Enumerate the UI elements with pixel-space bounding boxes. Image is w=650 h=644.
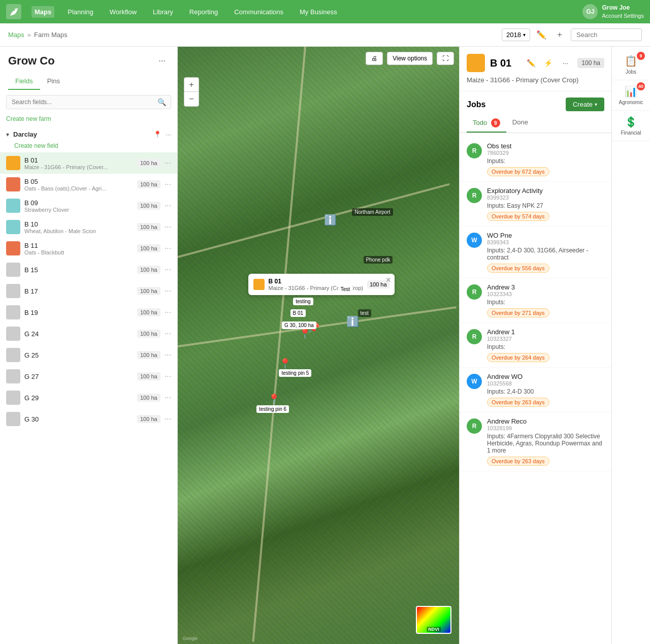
field-info-g24: G 24 xyxy=(24,330,133,338)
search-input[interactable] xyxy=(571,28,642,41)
job-item-3[interactable]: R Andrew 3 10323343 Inputs: Overdue by 2… xyxy=(460,278,611,323)
map-credit: Google xyxy=(183,636,198,641)
nav-maps[interactable]: Maps xyxy=(31,6,54,18)
field-crop-b09: Strawberry Clover xyxy=(24,207,133,213)
nav-reporting[interactable]: Reporting xyxy=(186,6,221,18)
job-item-0[interactable]: R Obs test 7860329 Inputs: Overdue by 67… xyxy=(460,137,611,182)
field-menu-b19[interactable]: ··· xyxy=(165,308,171,317)
nav-planning[interactable]: Planning xyxy=(64,6,96,18)
job-inputs-4: Inputs: xyxy=(487,343,604,350)
job-item-2[interactable]: W WO Pne 8399343 Inputs: 2,4-D 300, 31G6… xyxy=(460,227,611,278)
field-menu-g27[interactable]: ··· xyxy=(165,372,171,381)
field-menu-b11[interactable]: ··· xyxy=(165,244,171,253)
field-detail-crop: Maize - 31G66 - Primary (Cover Crop) xyxy=(467,76,604,84)
add-icon-btn[interactable]: ＋ xyxy=(552,28,567,42)
field-row-g30[interactable]: G 30 100 ha ··· xyxy=(0,408,177,430)
pin-green-2[interactable]: 📍 xyxy=(268,393,280,405)
nav-mybusiness[interactable]: My Business xyxy=(297,6,340,18)
far-right-financial[interactable]: 💲 Financial xyxy=(612,111,650,141)
field-row-b09[interactable]: B 09 Strawberry Clover 100 ha ··· xyxy=(0,195,177,216)
fin-strip-icon: 💲 xyxy=(625,116,637,128)
sidebar-menu-btn[interactable]: ··· xyxy=(155,54,169,68)
create-job-btn[interactable]: Create ▾ xyxy=(566,98,604,111)
field-menu-b15[interactable]: ··· xyxy=(165,265,171,274)
print-btn[interactable]: 🖨 xyxy=(366,52,383,65)
job-list: R Obs test 7860329 Inputs: Overdue by 67… xyxy=(460,133,611,475)
field-row-g29[interactable]: G 29 100 ha ··· xyxy=(0,387,177,408)
map-label-b01: B 01 xyxy=(290,309,306,317)
user-subtitle[interactable]: Account Settings xyxy=(602,12,644,19)
field-row-b11[interactable]: B 11 Oats - Blackbutt 100 ha ··· xyxy=(0,238,177,259)
map-area[interactable]: 🖨 View options ⛶ + − ℹ️ ℹ️ 📍 📌 📍 📍 ✕ B 0… xyxy=(178,47,459,644)
field-menu-g29[interactable]: ··· xyxy=(165,393,171,402)
field-menu-g30[interactable]: ··· xyxy=(165,414,171,424)
field-color-g25 xyxy=(6,348,20,362)
farm-header: ▾ Darclay 📍 ··· xyxy=(0,127,177,141)
field-name-b10: B 10 xyxy=(24,220,133,228)
job-id-1: 8399323 xyxy=(487,195,604,201)
job-item-6[interactable]: R Andrew Reco 10328199 Inputs: 4Farmers … xyxy=(460,412,611,471)
field-row-b17[interactable]: B 17 100 ha ··· xyxy=(0,280,177,302)
tab-done[interactable]: Done xyxy=(506,115,534,133)
view-options-btn[interactable]: View options xyxy=(387,52,433,65)
nav-workflow[interactable]: Workflow xyxy=(107,6,140,18)
tab-fields[interactable]: Fields xyxy=(8,73,40,90)
field-row-g24[interactable]: G 24 100 ha ··· xyxy=(0,323,177,344)
done-label: Done xyxy=(512,118,528,126)
edit-icon-btn[interactable]: ✏️ xyxy=(534,28,548,42)
field-row-b10[interactable]: B 10 Wheat, Abutilon - Male Scion 100 ha… xyxy=(0,216,177,238)
tab-pins[interactable]: Pins xyxy=(40,73,67,90)
field-menu-g24[interactable]: ··· xyxy=(165,329,171,338)
create-field-link[interactable]: Create new field xyxy=(0,141,177,152)
field-split-btn[interactable]: ⚡ xyxy=(541,56,555,70)
pin-info-2: ℹ️ xyxy=(346,315,359,328)
field-color-g30 xyxy=(6,412,20,426)
field-menu-b01[interactable]: ··· xyxy=(165,158,171,168)
job-content-2: WO Pne 8399343 Inputs: 2,4-D 300, 31G66,… xyxy=(487,232,604,273)
job-item-5[interactable]: W Andrew WO 10325568 Inputs: 2,4-D 300 O… xyxy=(460,368,611,412)
field-info-b05: B 05 Oats - Bass (oats),Clover - Agri... xyxy=(24,178,133,191)
field-menu-b10[interactable]: ··· xyxy=(165,222,171,232)
far-right-jobs[interactable]: 9 📋 Jobs xyxy=(612,50,650,80)
far-right-agro[interactable]: 40 📊 Agronomic xyxy=(612,80,650,111)
collapse-icon[interactable]: ▾ xyxy=(6,131,9,138)
fullscreen-btn[interactable]: ⛶ xyxy=(437,52,454,65)
nav-communications[interactable]: Communications xyxy=(231,6,286,18)
field-row-b05[interactable]: B 05 Oats - Bass (oats),Clover - Agri...… xyxy=(0,174,177,195)
search-fields-input[interactable] xyxy=(6,95,171,109)
ndvi-badge[interactable]: NDVI xyxy=(416,606,451,634)
farm-group-darclay: ▾ Darclay 📍 ··· Create new field B 01 Ma… xyxy=(0,127,177,430)
tab-todo[interactable]: Todo 9 xyxy=(467,115,506,133)
farm-menu-icon[interactable]: ··· xyxy=(166,131,171,138)
job-item-4[interactable]: R Andrew 1 10323327 Inputs: Overdue by 2… xyxy=(460,323,611,368)
field-row-b15[interactable]: B 15 100 ha ··· xyxy=(0,259,177,280)
create-farm-link[interactable]: Create new farm xyxy=(0,114,177,127)
job-inputs-2: Inputs: 2,4-D 300, 31G66, Airseeder - co… xyxy=(487,247,604,261)
field-menu-g25[interactable]: ··· xyxy=(165,350,171,360)
field-edit-btn[interactable]: ✏️ xyxy=(524,56,538,70)
field-more-btn[interactable]: ··· xyxy=(558,56,572,70)
field-info-g27: G 27 xyxy=(24,373,133,380)
field-row-g27[interactable]: G 27 100 ha ··· xyxy=(0,366,177,387)
field-menu-b17[interactable]: ··· xyxy=(165,286,171,296)
field-info-b10: B 10 Wheat, Abutilon - Male Scion xyxy=(24,220,133,234)
field-ha-g25: 100 ha xyxy=(137,351,160,359)
farm-pin-icon[interactable]: 📍 xyxy=(153,131,161,138)
popup-close-btn[interactable]: ✕ xyxy=(385,276,392,284)
overdue-6: Overdue by 263 days xyxy=(487,457,549,466)
job-item-1[interactable]: R Exploratory Activity 8399323 Inputs: E… xyxy=(460,182,611,227)
pin-green-1[interactable]: 📍 xyxy=(279,358,291,370)
year-select[interactable]: 2018 ▾ xyxy=(502,28,530,41)
field-menu-b05[interactable]: ··· xyxy=(165,180,171,189)
field-menu-b09[interactable]: ··· xyxy=(165,201,171,210)
field-ha-g27: 100 ha xyxy=(137,372,160,380)
zoom-out-btn[interactable]: − xyxy=(184,92,199,106)
nav-library[interactable]: Library xyxy=(150,6,176,18)
field-row-b19[interactable]: B 19 100 ha ··· xyxy=(0,302,177,323)
field-row-g25[interactable]: G 25 100 ha ··· xyxy=(0,344,177,366)
field-ha-b17: 100 ha xyxy=(137,287,160,295)
search-icon: 🔍 xyxy=(157,98,166,106)
zoom-in-btn[interactable]: + xyxy=(184,78,199,92)
field-row-b01[interactable]: B 01 Maize - 31G66 - Primary (Cover... 1… xyxy=(0,152,177,174)
breadcrumb-maps[interactable]: Maps xyxy=(8,31,24,39)
